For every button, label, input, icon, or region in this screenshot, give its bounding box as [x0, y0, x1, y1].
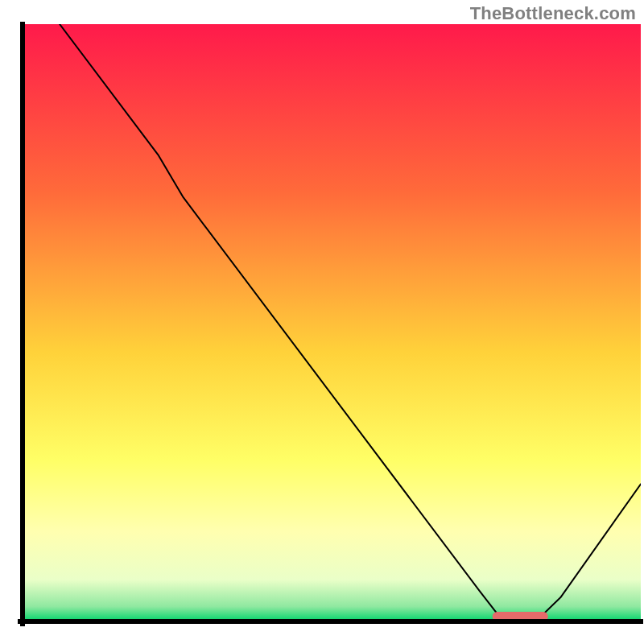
bottleneck-chart: [0, 0, 644, 644]
watermark-text: TheBottleneck.com: [470, 3, 636, 24]
plot-background: [23, 24, 641, 621]
chart-container: { "watermark": "TheBottleneck.com", "cha…: [0, 0, 644, 644]
